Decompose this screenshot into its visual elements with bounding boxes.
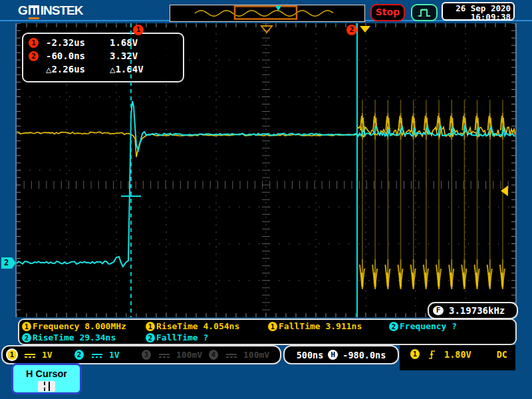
ch2-chip: 2 <box>146 333 155 342</box>
trigger-mode-button[interactable] <box>411 4 438 21</box>
ch1-chip: 1 <box>22 322 31 331</box>
oscilloscope-screen: G INSTEK Stop 26 Sep 2020 16:09:38 1 -2.… <box>0 0 532 399</box>
measurement-ch2-falltime: 2 FallTime ? <box>146 332 268 343</box>
brand-logo: G INSTEK <box>18 3 82 18</box>
h-cursor-menu-button[interactable]: H Cursor <box>11 363 82 394</box>
rising-edge-icon <box>428 349 436 360</box>
measurement-text: FallTime ? <box>156 332 208 342</box>
channel-4-status[interactable]: 4 100mV <box>204 350 271 360</box>
logo-text-g: G <box>18 3 27 18</box>
time-text: 16:09:38 <box>443 13 511 21</box>
preview-waveform <box>170 5 363 20</box>
trigger-source-badge: 1 <box>410 349 420 359</box>
ch1-chip: 1 <box>146 322 155 331</box>
pulse-icon <box>417 7 432 18</box>
trigger-level-value: 1.80V <box>444 349 471 360</box>
channel-2-scale: 1V <box>109 350 120 360</box>
ch2-position-indicator[interactable]: 2 <box>1 257 16 269</box>
dc-coupling-icon <box>92 352 102 358</box>
cursor2-top-marker[interactable]: 2 <box>346 25 357 35</box>
measurement-ch1-frequency: 1 Frequency 8.000MHz <box>22 321 146 332</box>
horizontal-position: -980.0ns <box>342 350 386 360</box>
h-cursor-icon <box>38 381 55 392</box>
channel-1-status[interactable]: 1 1V <box>3 350 70 360</box>
measurement-ch1-risetime: 1 RiseTime 4.054ns <box>146 321 268 332</box>
channel-4-scale: 100mV <box>243 350 269 360</box>
logo-w-icon <box>29 5 39 15</box>
expansion-point-marker[interactable] <box>358 25 372 34</box>
datetime-display: 26 Sep 2020 16:09:38 <box>442 2 515 21</box>
frequency-counter-value: 3.19736kHz <box>449 305 505 316</box>
trigger-level-marker[interactable] <box>499 185 509 197</box>
trigger-position-marker[interactable] <box>259 25 274 34</box>
ch2-chip: 2 <box>389 322 398 331</box>
measurement-text: RiseTime 29.34ns <box>33 332 116 342</box>
dc-coupling-icon <box>159 352 170 358</box>
channel-3-scale: 100mV <box>176 350 202 360</box>
measurement-text: FallTime 3.911ns <box>279 321 362 331</box>
channel-1-scale: 1V <box>42 350 53 360</box>
measurement-ch2-risetime: 2 RiseTime 29.34ns <box>22 332 146 343</box>
horizontal-icon: H <box>328 350 338 360</box>
channel-2-status[interactable]: 2 1V <box>70 350 137 360</box>
measurement-bar: 1 Frequency 8.000MHz 1 RiseTime 4.054ns … <box>18 319 517 345</box>
acquisition-preview-bar[interactable] <box>170 5 365 22</box>
trigger-coupling: DC <box>497 349 507 360</box>
top-bar: G INSTEK Stop 26 Sep 2020 16:09:38 <box>0 0 532 21</box>
h-cursor-label: H Cursor <box>13 368 80 379</box>
dc-coupling-icon <box>226 352 237 358</box>
channel-3-badge: 3 <box>142 350 151 360</box>
channel-1-badge: 1 <box>7 350 17 360</box>
trigger-status[interactable]: 1 1.80V DC <box>400 345 515 370</box>
timebase-value: 500ns <box>297 350 324 360</box>
waveform-display: 1 -2.32us 1.68V 2 -60.0ns 3.32V △2.26us … <box>17 23 515 317</box>
frequency-counter-icon: F <box>433 306 444 315</box>
cursor1-top-marker[interactable]: 1 <box>133 25 144 35</box>
horizontal-status[interactable]: 500ns H -980.0ns <box>283 345 399 364</box>
measurement-text: RiseTime 4.054ns <box>156 321 239 331</box>
channel-4-badge: 4 <box>209 350 218 360</box>
run-stop-indicator[interactable]: Stop <box>370 4 405 21</box>
cursor-lines[interactable] <box>17 23 515 317</box>
measurement-ch1-falltime: 1 FallTime 3.911ns <box>268 321 389 332</box>
measurement-text: Frequency ? <box>400 321 457 331</box>
ch2-chip: 2 <box>22 333 31 342</box>
channel-status-bar: 1 1V 2 1V 3 100mV 4 100mV <box>1 345 281 364</box>
measurement-ch2-frequency: 2 Frequency ? <box>389 321 515 332</box>
dc-coupling-icon <box>25 352 35 358</box>
channel-3-status[interactable]: 3 100mV <box>137 350 204 360</box>
logo-text-rest: INSTEK <box>41 3 83 18</box>
measurement-text: Frequency 8.000MHz <box>33 321 126 331</box>
ch1-chip: 1 <box>268 322 277 331</box>
frequency-counter-badge: F 3.19736kHz <box>428 302 518 319</box>
channel-2-badge: 2 <box>74 350 84 360</box>
